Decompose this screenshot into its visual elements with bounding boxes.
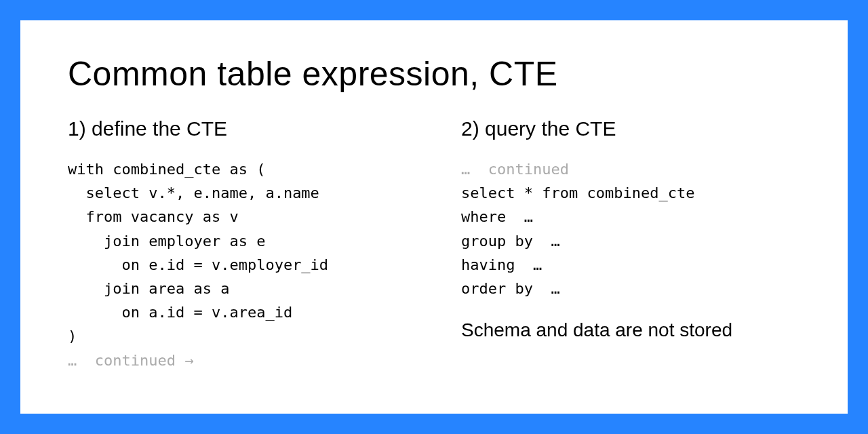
code-line: group by … [461,233,560,250]
left-column: 1) define the CTE with combined_cte as (… [68,117,407,372]
left-heading: 1) define the CTE [68,117,407,140]
code-line: ) [68,328,77,344]
code-line: where … [461,208,533,225]
code-line: having … [461,256,542,273]
right-column: 2) query the CTE … continued select * fr… [461,117,800,372]
note-text: Schema and data are not stored [461,319,800,341]
code-line: join employer as e [68,233,265,250]
code-line: with combined_cte as ( [68,161,265,178]
code-line: join area as a [68,280,229,297]
code-line: order by … [461,280,560,297]
code-line: on e.id = v.employer_id [68,256,328,273]
columns-container: 1) define the CTE with combined_cte as (… [68,117,800,372]
code-line: select v.*, e.name, a.name [68,184,319,201]
code-line: on a.id = v.area_id [68,304,292,321]
right-heading: 2) query the CTE [461,117,800,140]
code-line: from vacancy as v [68,208,239,225]
left-code-block: with combined_cte as ( select v.*, e.nam… [68,157,407,372]
code-line: select * from combined_cte [461,184,694,201]
slide-title: Common table expression, CTE [68,54,800,94]
continued-label: … continued → [68,352,193,369]
right-code-block: … continued select * from combined_cte w… [461,157,800,300]
continued-label: … continued [461,161,569,178]
slide-card: Common table expression, CTE 1) define t… [20,20,848,414]
